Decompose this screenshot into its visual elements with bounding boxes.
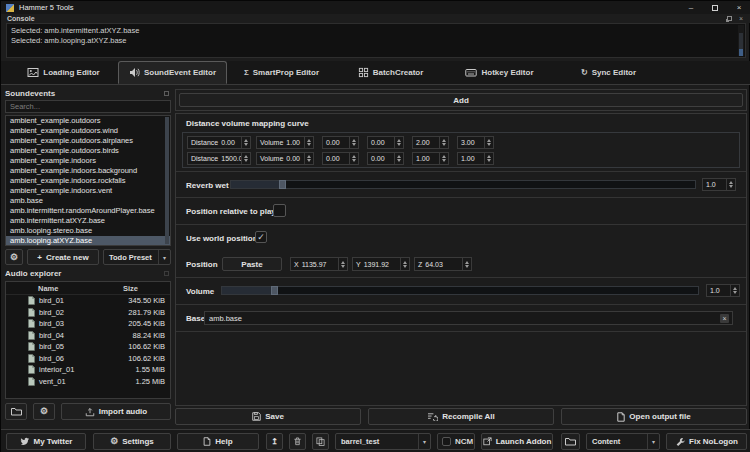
spinner-arrows-icon[interactable]	[439, 153, 448, 164]
list-scrollbar[interactable]	[165, 117, 169, 244]
ncm-checkbox[interactable]: ✓	[442, 437, 451, 446]
curve-param-spinbox[interactable]: 1.00	[457, 152, 494, 165]
spinner-arrows-icon[interactable]	[462, 258, 471, 270]
create-new-button[interactable]: + Create new	[27, 249, 99, 265]
soundevent-settings-button[interactable]: ⚙	[5, 249, 23, 265]
curve-param-spinbox[interactable]: 0.00	[367, 152, 404, 165]
tab-loading-editor[interactable]: Loading Editor	[9, 61, 118, 84]
spinner-arrows-icon[interactable]	[394, 153, 403, 164]
curve-param-spinbox[interactable]: 0.00	[322, 152, 359, 165]
spinner-arrows-icon[interactable]	[394, 137, 403, 148]
soundevent-list-item[interactable]: ambient_example.indoors.background	[6, 166, 170, 176]
volume-slider[interactable]	[221, 286, 699, 295]
content-folder-button[interactable]	[561, 433, 580, 450]
upload-button[interactable]: ↥	[266, 433, 283, 450]
content-dropdown[interactable]: Content ▾	[586, 433, 660, 450]
soundevent-list-item[interactable]: ambient_example.outdoors.airplanes	[6, 136, 170, 146]
distance-spinbox[interactable]: Distance1500.00	[187, 152, 251, 165]
spinner-arrows-icon[interactable]	[338, 258, 347, 270]
curve-param-spinbox[interactable]: 2.00	[412, 136, 449, 149]
position-x-spinbox[interactable]: X1135.97	[290, 257, 348, 271]
import-audio-button[interactable]: Import audio	[61, 403, 171, 420]
soundevent-list-item[interactable]: amb.base	[6, 196, 170, 206]
soundevent-list-item[interactable]: ambient_example.indoors.vent	[6, 186, 170, 196]
audio-file-row[interactable]: bird_05 106.62 KiB	[6, 341, 170, 353]
fix-nologon-button[interactable]: Fix NoLogon	[666, 433, 747, 450]
spinner-arrows-icon[interactable]	[304, 137, 313, 148]
chevron-down-icon[interactable]: ▾	[158, 250, 170, 264]
soundevents-list[interactable]: ambient_example.outdoors ambient_example…	[5, 115, 171, 246]
maximize-button[interactable]	[703, 1, 727, 14]
settings-button[interactable]: ⚙ Settings	[93, 433, 171, 450]
preset-dropdown[interactable]: Todo Preset ▾	[103, 249, 171, 265]
curve-param-spinbox[interactable]: 1.00	[412, 152, 449, 165]
volume-value[interactable]: 1.0	[706, 284, 740, 297]
column-name[interactable]: Name	[6, 284, 58, 293]
close-icon[interactable]: ×	[739, 16, 743, 21]
curve-param-spinbox[interactable]: 0.00	[322, 136, 359, 149]
close-button[interactable]: ×	[727, 1, 750, 14]
audio-file-row[interactable]: bird_04 88.24 KiB	[6, 330, 170, 342]
audio-file-row[interactable]: bird_03 205.45 KiB	[6, 318, 170, 330]
position-y-spinbox[interactable]: Y1391.92	[352, 257, 410, 271]
spinner-arrows-icon[interactable]	[484, 137, 493, 148]
spinner-arrows-icon[interactable]	[241, 153, 250, 164]
audio-file-row[interactable]: vent_01 1.25 MiB	[6, 376, 170, 388]
spinner-arrows-icon[interactable]	[304, 153, 313, 164]
add-button[interactable]: Add	[179, 93, 743, 107]
position-z-spinbox[interactable]: Z64.03	[414, 257, 472, 271]
distance-spinbox[interactable]: Distance0.00	[187, 136, 251, 149]
tab-batchcreator[interactable]: BatchCreator	[336, 61, 445, 84]
soundevent-list-item[interactable]: amb.intermittent.randomAroundPlayer.base	[6, 206, 170, 216]
audio-file-row[interactable]: interior_01 1.55 MiB	[6, 364, 170, 376]
volume-spinbox[interactable]: Volume0.00	[256, 152, 314, 165]
base-input[interactable]: amb.base ×	[204, 311, 733, 325]
launch-addon-button[interactable]: Launch Addon	[481, 433, 553, 450]
scrollbar-thumb[interactable]	[165, 117, 169, 244]
search-input[interactable]	[5, 100, 171, 113]
chevron-down-icon[interactable]: ▾	[418, 434, 430, 449]
save-button[interactable]: Save	[175, 408, 361, 425]
soundevent-list-item[interactable]: ambient_example.outdoors.wind	[6, 126, 170, 136]
slider-handle[interactable]	[279, 180, 286, 189]
soundevent-list-item[interactable]: ambient_example.indoors.rockfalls	[6, 176, 170, 186]
scrollbar-thumb[interactable]	[739, 33, 743, 56]
paste-button[interactable]: Paste	[222, 257, 282, 271]
spinner-arrows-icon[interactable]	[349, 137, 358, 148]
console-output[interactable]: Selected: amb.intermittent.atXYZ.base Se…	[6, 23, 746, 58]
spinner-arrows-icon[interactable]	[726, 179, 735, 190]
tab-soundevent-editor[interactable]: SoundEvent Editor	[118, 61, 227, 84]
help-button[interactable]: Help	[177, 433, 259, 450]
audio-settings-button[interactable]: ⚙	[33, 403, 55, 420]
detach-icon[interactable]	[164, 271, 169, 276]
use-world-position-checkbox[interactable]: ✓	[255, 231, 267, 243]
spinner-arrows-icon[interactable]	[400, 258, 409, 270]
chevron-down-icon[interactable]: ▾	[647, 434, 659, 449]
addon-dropdown[interactable]: barrel_test ▾	[335, 433, 431, 450]
copy-button[interactable]	[312, 433, 329, 450]
spinner-arrows-icon[interactable]	[730, 285, 739, 296]
soundevent-list-item[interactable]: amb.looping.atXYZ.base	[6, 236, 170, 246]
slider-handle[interactable]	[271, 286, 278, 295]
tab-sync-editor[interactable]: ↻ Sync Editor	[554, 61, 663, 84]
audio-file-table[interactable]: Name Size bird_01 345.50 KiB bird_02 281…	[5, 281, 171, 399]
delete-button[interactable]	[289, 433, 306, 450]
my-twitter-button[interactable]: My Twitter	[6, 433, 86, 450]
soundevent-list-item[interactable]: ambient_example.outdoors.birds	[6, 146, 170, 156]
soundevent-list-item[interactable]: ambient_example.indoors	[6, 156, 170, 166]
detach-icon[interactable]	[164, 91, 169, 96]
reverb-wet-slider[interactable]	[230, 180, 696, 189]
clear-icon[interactable]: ×	[720, 314, 729, 323]
open-folder-button[interactable]	[5, 403, 27, 420]
volume-spinbox[interactable]: Volume1.00	[256, 136, 314, 149]
column-size[interactable]: Size	[123, 284, 138, 293]
audio-file-row[interactable]: bird_01 345.50 KiB	[6, 295, 170, 307]
soundevent-list-item[interactable]: ambient_example.outdoors	[6, 116, 170, 126]
curve-param-spinbox[interactable]: 3.00	[457, 136, 494, 149]
soundevent-list-item[interactable]: amb.intermittent.atXYZ.base	[6, 216, 170, 226]
curve-param-spinbox[interactable]: 0.00	[367, 136, 404, 149]
audio-file-row[interactable]: bird_06 106.62 KiB	[6, 353, 170, 365]
audio-file-row[interactable]: bird_02 281.79 KiB	[6, 307, 170, 319]
ncm-toggle[interactable]: ✓ NCM	[437, 433, 475, 450]
recompile-all-button[interactable]: Recompile All	[368, 408, 554, 425]
